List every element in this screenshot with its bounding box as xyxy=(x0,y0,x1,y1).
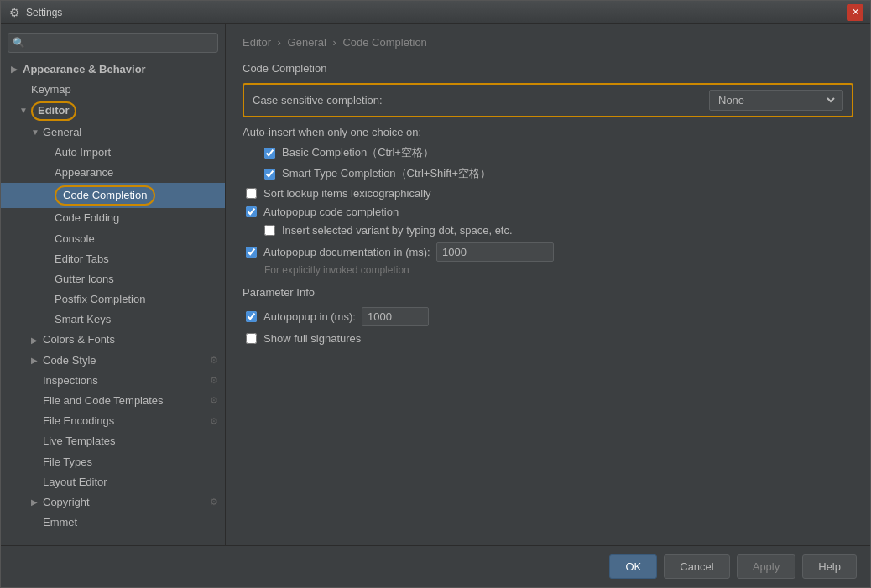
autopopup-ms-checkbox[interactable] xyxy=(246,311,257,322)
sidebar-label: Editor Tabs xyxy=(55,252,218,267)
basic-completion-row: Basic Completion（Ctrl+空格） xyxy=(243,145,853,160)
smart-type-label: Smart Type Completion（Ctrl+Shift+空格） xyxy=(282,166,491,181)
param-info-title: Parameter Info xyxy=(243,286,853,299)
autopopup-doc-row: Autopopup documentation in (ms): xyxy=(243,242,853,262)
insert-variant-checkbox[interactable] xyxy=(264,225,275,236)
autopopup-doc-label: Autopopup documentation in (ms): xyxy=(263,246,430,258)
breadcrumb-part2: General xyxy=(288,36,326,49)
sidebar-label: Keymap xyxy=(31,82,218,97)
sidebar-item-smart-keys[interactable]: Smart Keys xyxy=(1,310,225,330)
sidebar-label: Emmet xyxy=(43,515,218,530)
case-sensitive-select[interactable]: None All First letter xyxy=(715,93,837,107)
sidebar-item-code-style[interactable]: ▶ Code Style ⚙ xyxy=(1,351,225,371)
basic-completion-checkbox[interactable] xyxy=(264,148,275,159)
insert-variant-row: Insert selected variant by typing dot, s… xyxy=(243,224,853,237)
sidebar-item-colors-fonts[interactable]: ▶ Colors & Fonts xyxy=(1,330,225,350)
sidebar-item-file-code-templates[interactable]: File and Code Templates ⚙ xyxy=(1,391,225,411)
case-sensitive-label: Case sensitive completion: xyxy=(253,94,709,107)
sidebar-label: Layout Editor xyxy=(43,475,218,490)
settings-icon: ⚙ xyxy=(210,394,218,407)
sidebar-item-emmet[interactable]: Emmet xyxy=(1,513,225,533)
autopopup-doc-checkbox[interactable] xyxy=(246,247,257,258)
sort-lookup-row: Sort lookup items lexicographically xyxy=(243,187,853,200)
autopopup-doc-input[interactable] xyxy=(436,242,554,262)
sidebar-item-keymap[interactable]: Keymap xyxy=(1,80,225,100)
sidebar-label: Postfix Completion xyxy=(55,292,218,307)
sidebar: 🔍 ▶ Appearance & Behavior Keymap ▼ Edito… xyxy=(1,24,226,545)
smart-type-row: Smart Type Completion（Ctrl+Shift+空格） xyxy=(243,166,853,181)
sidebar-item-console[interactable]: Console xyxy=(1,229,225,249)
sidebar-label: File Types xyxy=(43,455,218,470)
arrow-icon: ▶ xyxy=(11,64,23,75)
sidebar-label: Editor xyxy=(31,101,76,120)
sidebar-label: Copyright xyxy=(43,495,210,510)
sort-lookup-checkbox[interactable] xyxy=(246,188,257,199)
sidebar-item-copyright[interactable]: ▶ Copyright ⚙ xyxy=(1,492,225,513)
close-button[interactable]: ✕ xyxy=(847,4,863,21)
sidebar-label: Code Completion xyxy=(55,185,155,206)
right-panel: Editor › General › Code Completion Code … xyxy=(226,24,870,545)
show-full-signatures-row: Show full signatures xyxy=(243,332,853,345)
show-full-signatures-label: Show full signatures xyxy=(263,332,361,345)
sidebar-item-appearance[interactable]: Appearance xyxy=(1,163,225,183)
search-box: 🔍 xyxy=(8,33,218,53)
arrow-icon: ▶ xyxy=(31,335,43,346)
apply-button[interactable]: Apply xyxy=(737,554,796,579)
autopopup-ms-row: Autopopup in (ms): xyxy=(243,307,853,326)
sidebar-label: File Encodings xyxy=(43,414,210,429)
search-icon: 🔍 xyxy=(13,37,25,49)
autopopup-ms-input[interactable] xyxy=(362,307,429,326)
settings-icon: ⚙ xyxy=(210,415,218,428)
autopopup-ms-label: Autopopup in (ms): xyxy=(263,310,356,323)
sidebar-item-postfix-completion[interactable]: Postfix Completion xyxy=(1,289,225,310)
autopopup-completion-row: Autopopup code completion xyxy=(243,206,853,218)
sidebar-item-editor-tabs[interactable]: Editor Tabs xyxy=(1,249,225,269)
sidebar-label: Live Templates xyxy=(43,434,218,449)
settings-icon: ⚙ xyxy=(210,496,218,508)
sidebar-label: Appearance & Behavior xyxy=(23,62,218,77)
sidebar-label: Auto Import xyxy=(55,145,218,160)
arrow-icon: ▶ xyxy=(31,497,43,508)
sidebar-item-live-templates[interactable]: Live Templates xyxy=(1,431,225,451)
autopopup-completion-checkbox[interactable] xyxy=(246,206,257,217)
sidebar-item-appearance-behavior[interactable]: ▶ Appearance & Behavior xyxy=(1,60,225,80)
sidebar-item-code-completion[interactable]: Code Completion xyxy=(1,183,225,208)
sidebar-item-editor[interactable]: ▼ Editor xyxy=(1,100,225,122)
sidebar-item-inspections[interactable]: Inspections ⚙ xyxy=(1,371,225,391)
search-input[interactable] xyxy=(8,33,218,53)
cancel-button[interactable]: Cancel xyxy=(664,554,729,579)
breadcrumb-sep2: › xyxy=(332,36,336,49)
sidebar-item-auto-import[interactable]: Auto Import xyxy=(1,143,225,163)
smart-type-checkbox[interactable] xyxy=(264,169,275,180)
sidebar-item-file-types[interactable]: File Types xyxy=(1,452,225,472)
breadcrumb-part1: Editor xyxy=(243,36,271,49)
show-full-signatures-checkbox[interactable] xyxy=(246,333,257,344)
auto-insert-label: Auto-insert when only one choice on: xyxy=(243,126,853,138)
sort-lookup-label: Sort lookup items lexicographically xyxy=(263,187,430,200)
sidebar-item-code-folding[interactable]: Code Folding xyxy=(1,208,225,228)
sidebar-label: Code Folding xyxy=(55,211,218,226)
window-title: Settings xyxy=(26,7,847,18)
sidebar-label: General xyxy=(43,125,218,140)
sidebar-item-layout-editor[interactable]: Layout Editor xyxy=(1,472,225,492)
settings-icon: ⚙ xyxy=(210,354,218,367)
sidebar-label: Code Style xyxy=(43,353,210,368)
breadcrumb: Editor › General › Code Completion xyxy=(243,36,853,49)
basic-completion-label: Basic Completion（Ctrl+空格） xyxy=(282,145,434,160)
explicitly-invoked-hint: For explicitly invoked completion xyxy=(243,264,853,276)
sidebar-label: Smart Keys xyxy=(55,312,218,327)
arrow-icon: ▼ xyxy=(31,127,43,138)
settings-window: ⚙ Settings ✕ 🔍 ▶ Appearance & Behavior K… xyxy=(0,0,871,588)
ok-button[interactable]: OK xyxy=(609,554,657,579)
help-button[interactable]: Help xyxy=(802,554,857,579)
case-sensitive-dropdown[interactable]: None All First letter xyxy=(709,90,843,111)
autopopup-completion-label: Autopopup code completion xyxy=(263,206,399,218)
breadcrumb-sep1: › xyxy=(278,36,281,49)
sidebar-label: Inspections xyxy=(43,373,210,388)
main-content: 🔍 ▶ Appearance & Behavior Keymap ▼ Edito… xyxy=(1,24,870,545)
section-title: Code Completion xyxy=(243,62,853,75)
arrow-icon: ▶ xyxy=(31,355,43,367)
sidebar-item-general[interactable]: ▼ General xyxy=(1,122,225,143)
sidebar-item-gutter-icons[interactable]: Gutter Icons xyxy=(1,269,225,289)
sidebar-item-file-encodings[interactable]: File Encodings ⚙ xyxy=(1,411,225,431)
